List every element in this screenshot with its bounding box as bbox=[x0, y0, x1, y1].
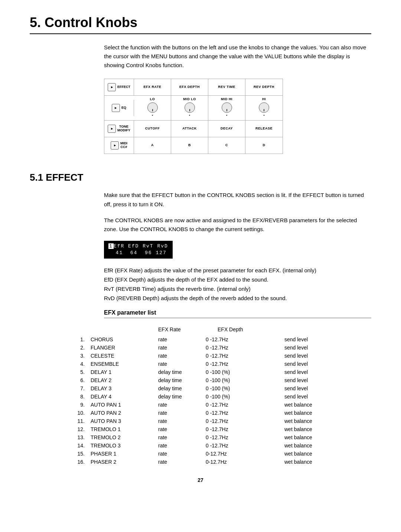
efx-num-13: 14. bbox=[74, 441, 88, 450]
efx-table-row: 11. AUTO PAN 3 rate 0 -12.7Hz wet balanc… bbox=[74, 417, 356, 425]
efx-depth-val-3: send level bbox=[270, 360, 356, 368]
decay-col: DECAY bbox=[208, 121, 245, 137]
lo-col: LO • bbox=[134, 96, 171, 120]
lcd-cursor: 1 bbox=[108, 243, 114, 249]
efx-rate-val-1: 0 -12.7Hz bbox=[203, 344, 270, 352]
efx-table-row: 4. ENSEMBLE rate 0 -12.7Hz send level bbox=[74, 360, 356, 368]
efx-depth-val-5: send level bbox=[270, 376, 356, 384]
cutoff-header: CUTOFF bbox=[145, 127, 160, 130]
efx-depth-val-14: wet balance bbox=[270, 450, 356, 458]
efx-depth-val-10: wet balance bbox=[270, 417, 356, 425]
efx-table-row: 1. CHORUS rate 0 -12.7Hz send level bbox=[74, 335, 356, 344]
efx-rate-col: EFX RATE bbox=[134, 79, 171, 95]
efx-depth-val-6: send level bbox=[270, 384, 356, 393]
section-51-para1: Make sure that the EFFECT button in the … bbox=[104, 191, 371, 209]
efx-table-row: 14. TREMOLO 3 rate 0 -12.7Hz wet balance bbox=[74, 441, 356, 450]
midi-cc-button[interactable]: ▶ MIDICC# bbox=[104, 137, 134, 154]
control-panel-diagram: ▶ EFFECT EFX RATE EFX DEPTH REV TIME REV… bbox=[104, 79, 283, 154]
efx-rate-type-8: rate bbox=[128, 401, 203, 409]
efx-name-0: CHORUS bbox=[88, 335, 128, 344]
intro-paragraph: Select the function with the buttons on … bbox=[104, 43, 371, 70]
lo-header: LO bbox=[150, 97, 155, 101]
efx-num-14: 15. bbox=[74, 450, 88, 458]
efx-rate-type-13: rate bbox=[128, 441, 203, 450]
rev-time-header: REV TIME bbox=[218, 85, 235, 89]
panel-row-effect: ▶ EFFECT EFX RATE EFX DEPTH REV TIME REV… bbox=[104, 79, 283, 96]
rev-depth-header: REV DEPTH bbox=[254, 85, 274, 89]
mid-hi-header: MID HI bbox=[221, 97, 232, 101]
efx-table: EFX Rate EFX Depth 1. CHORUS rate 0 -12.… bbox=[74, 326, 356, 466]
mid-lo-header: MID LO bbox=[183, 97, 196, 101]
efx-num-9: 10. bbox=[74, 409, 88, 417]
efx-blank-header bbox=[74, 326, 128, 335]
efx-rate-type-2: rate bbox=[128, 352, 203, 360]
attack-col: ATTACK bbox=[171, 121, 208, 137]
efx-depth-val-7: send level bbox=[270, 393, 356, 401]
efx-name-9: AUTO PAN 2 bbox=[88, 409, 128, 417]
efx-name-14: PHASER 1 bbox=[88, 450, 128, 458]
decay-header: DECAY bbox=[221, 127, 233, 130]
efx-depth-val-12: wet balance bbox=[270, 433, 356, 441]
mid-hi-knob[interactable] bbox=[222, 102, 232, 113]
efx-rate-val-3: 0 -12.7Hz bbox=[203, 360, 270, 368]
midi-c-header: C bbox=[225, 143, 228, 147]
midi-cols: A B C D bbox=[134, 137, 283, 154]
efx-table-row: 13. TREMOLO 2 rate 0 -12.7Hz wet balance bbox=[74, 433, 356, 441]
hi-knob[interactable] bbox=[259, 102, 269, 113]
efx-name-1: FLANGER bbox=[88, 344, 128, 352]
tone-modify-button[interactable]: ▶ TONEMODIFY bbox=[104, 121, 134, 137]
efx-rate-header: EFX RATE bbox=[144, 85, 162, 89]
eq-btn-label: EQ bbox=[121, 106, 126, 110]
effect-button[interactable]: ▶ EFFECT bbox=[104, 79, 134, 95]
efx-rate-val-10: 0 -12.7Hz bbox=[203, 417, 270, 425]
mid-lo-knob[interactable] bbox=[185, 102, 195, 113]
mid-hi-col: MID HI • bbox=[208, 96, 245, 120]
efx-depth-val-9: wet balance bbox=[270, 409, 356, 417]
efx-col-headers: EFX Rate EFX Depth bbox=[74, 326, 356, 335]
efx-depth-val-2: send level bbox=[270, 352, 356, 360]
efx-rate-val-7: 0 -100 (%) bbox=[203, 393, 270, 401]
eq-button[interactable]: ▶ EQ bbox=[104, 100, 134, 116]
efx-rate-val-5: 0 -100 (%) bbox=[203, 376, 270, 384]
efx-rate-val-12: 0 -12.7Hz bbox=[203, 433, 270, 441]
efx-rate-type-14: rate bbox=[128, 450, 203, 458]
efx-table-body: 1. CHORUS rate 0 -12.7Hz send level 2. F… bbox=[74, 335, 356, 466]
efx-depth-header: EFX DEPTH bbox=[179, 85, 200, 89]
efx-name-8: AUTO PAN 1 bbox=[88, 401, 128, 409]
midi-cc-btn-icon: ▶ bbox=[111, 141, 119, 150]
efx-name-2: CELESTE bbox=[88, 352, 128, 360]
efx-name-10: AUTO PAN 3 bbox=[88, 417, 128, 425]
rev-time-col: REV TIME bbox=[208, 79, 245, 95]
efx-rate-type-4: delay time bbox=[128, 368, 203, 376]
panel-row-eq: ▶ EQ LO • MID LO • MID HI bbox=[104, 96, 283, 121]
desc-line-2: EfD (EFX Depth) adjusts the depth of the… bbox=[104, 275, 371, 285]
efx-section-header: EFX parameter list bbox=[104, 309, 371, 318]
lo-knob[interactable] bbox=[147, 102, 158, 113]
efx-rate-type-6: delay time bbox=[128, 384, 203, 393]
efx-table-wrapper: EFX Rate EFX Depth 1. CHORUS rate 0 -12.… bbox=[74, 326, 356, 466]
efx-depth-val-1: send level bbox=[270, 344, 356, 352]
desc-line-3: RvT (REVERB Time) adjusts the reverb tim… bbox=[104, 285, 371, 294]
efx-table-row: 6. DELAY 2 delay time 0 -100 (%) send le… bbox=[74, 376, 356, 384]
efx-rate-val-2: 0 -12.7Hz bbox=[203, 352, 270, 360]
efx-rate-val-11: 0 -12.7Hz bbox=[203, 425, 270, 433]
efx-num-4: 5. bbox=[74, 368, 88, 376]
efx-depth-val-4: send level bbox=[270, 368, 356, 376]
tone-modify-cols: CUTOFF ATTACK DECAY RELEASE bbox=[134, 121, 283, 137]
efx-num-8: 9. bbox=[74, 401, 88, 409]
efx-rate-val-9: 0 -12.7Hz bbox=[203, 409, 270, 417]
efx-num-12: 13. bbox=[74, 433, 88, 441]
efx-rate-val-14: 0‑12.7Hz bbox=[203, 450, 270, 458]
efx-num-1: 2. bbox=[74, 344, 88, 352]
panel-row-tone-modify: ▶ TONEMODIFY CUTOFF ATTACK DECAY RELEASE bbox=[104, 121, 283, 137]
mid-lo-col: MID LO • bbox=[171, 96, 208, 120]
efx-name-4: DELAY 1 bbox=[88, 368, 128, 376]
efx-table-row: 9. AUTO PAN 1 rate 0 -12.7Hz wet balance bbox=[74, 401, 356, 409]
efx-rate-val-15: 0‑12.7Hz bbox=[203, 458, 270, 466]
section-51-para2: The CONTROL KNOBS are now active and ass… bbox=[104, 216, 371, 234]
efx-table-row: 10. AUTO PAN 2 rate 0 -12.7Hz wet balanc… bbox=[74, 409, 356, 417]
efx-rate-type-1: rate bbox=[128, 344, 203, 352]
efx-depth-val-8: wet balance bbox=[270, 401, 356, 409]
tone-modify-btn-label: TONEMODIFY bbox=[117, 125, 130, 132]
efx-rate-val-13: 0 -12.7Hz bbox=[203, 441, 270, 450]
